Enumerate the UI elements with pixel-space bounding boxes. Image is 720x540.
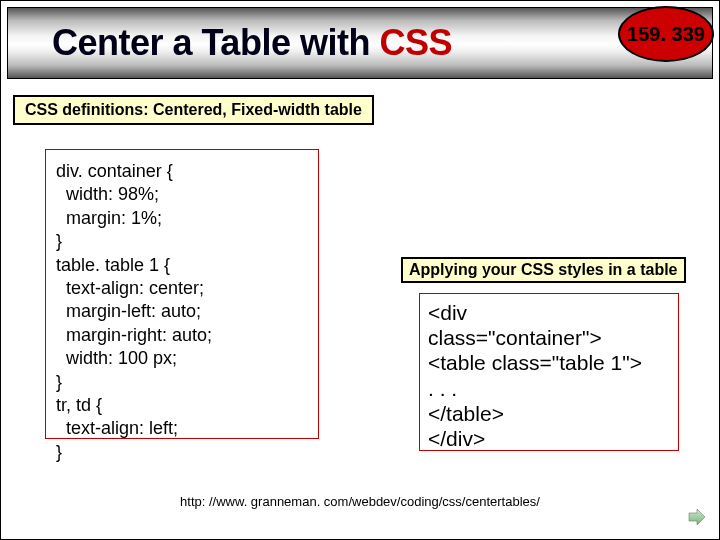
title-prefix: Center a Table with [52,22,379,63]
right-caption: Applying your CSS styles in a table [401,257,686,283]
html-code-block: <div class="container"> <table class="ta… [419,293,679,451]
source-url-text: http: //www. granneman. com/webdev/codin… [180,494,540,509]
title-suffix: CSS [379,22,452,63]
css-code-block: div. container { width: 98%; margin: 1%;… [45,149,319,439]
html-code-text: <div class="container"> <table class="ta… [428,301,642,450]
right-caption-text: Applying your CSS styles in a table [409,261,678,278]
source-url: http: //www. granneman. com/webdev/codin… [1,494,719,509]
next-slide-button[interactable] [687,507,707,527]
css-code-text: div. container { width: 98%; margin: 1%;… [56,161,212,462]
left-caption-text: CSS definitions: Centered, Fixed-width t… [25,101,362,118]
slide-number-badge: 159. 339 [618,6,714,62]
page-title: Center a Table with CSS [52,22,452,64]
left-caption: CSS definitions: Centered, Fixed-width t… [13,95,374,125]
arrow-right-icon [687,507,707,527]
title-bar: Center a Table with CSS 159. 339 [7,7,713,79]
slide-number: 159. 339 [627,23,705,46]
